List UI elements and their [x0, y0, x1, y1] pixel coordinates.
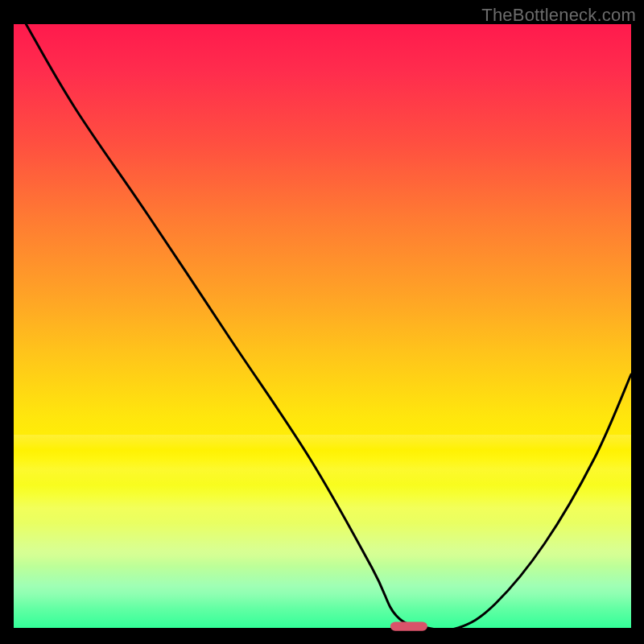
optimal-marker [390, 621, 427, 630]
chart-plot-area [14, 24, 631, 628]
watermark-text: TheBottleneck.com [481, 5, 636, 26]
bottleneck-curve-svg [14, 24, 631, 628]
bottleneck-curve-path [26, 24, 631, 630]
